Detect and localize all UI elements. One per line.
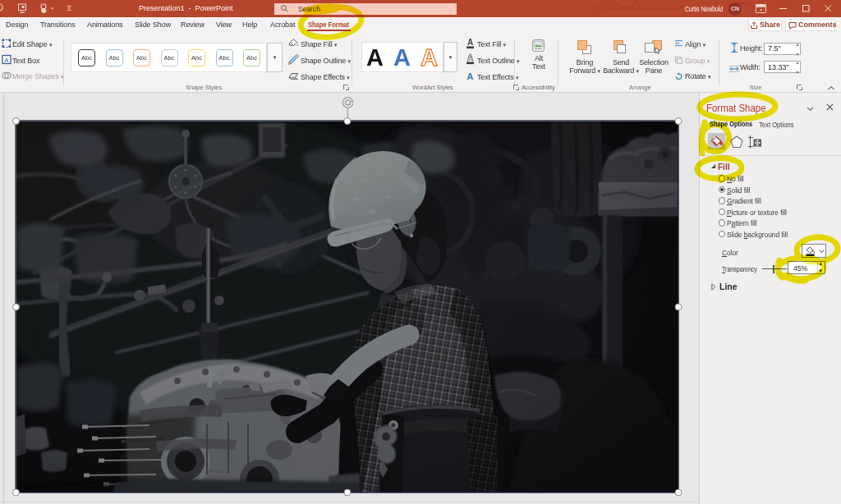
svg-text:A: A — [467, 71, 474, 81]
svg-text:A: A — [467, 39, 473, 47]
svg-text:A: A — [467, 53, 473, 62]
svg-text:A: A — [4, 57, 9, 64]
